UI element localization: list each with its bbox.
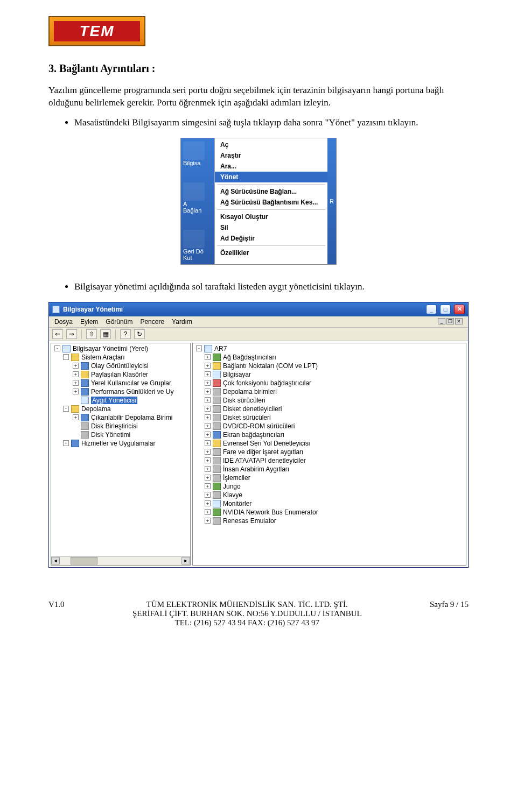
refresh-button[interactable]: ↻ [134,329,145,339]
menu-view[interactable]: Görünüm [106,318,132,326]
menu-help[interactable]: Yardım [172,318,192,326]
right-tree-node[interactable]: +NVIDIA Network Bus Enumerator [195,508,466,517]
tree-toggle-icon[interactable]: + [205,363,211,369]
right-tree-node[interactable]: +IDE ATA/ATAPI denetleyiciler [195,456,466,465]
properties-button[interactable]: ▦ [100,329,111,339]
right-tree-node[interactable]: +Ekran bağdaştırıcıları [195,430,466,439]
tree-toggle-icon[interactable]: + [205,423,211,429]
right-tree-node[interactable]: -AR7 [195,344,466,353]
left-tree-node[interactable]: +Paylaşılan Klasörler [53,370,190,379]
maximize-button[interactable]: □ [440,305,451,314]
tree-node-icon [213,414,221,421]
left-tree-node[interactable]: +Olay Görüntüleyicisi [53,362,190,370]
right-tree-node[interactable]: +İnsan Arabirim Aygıtları [195,465,466,474]
context-menu-item[interactable]: Ağ Sürücüsü Bağlantısını Kes... [215,197,327,208]
context-menu-item[interactable]: Kısayol Oluştur [215,211,327,222]
help-button[interactable]: ? [120,329,131,339]
tree-toggle-icon[interactable]: - [54,345,60,351]
tree-toggle-icon[interactable]: + [205,371,211,377]
right-tree-node[interactable]: +Monitörler [195,499,466,508]
context-menu-item[interactable]: Ad Değiştir [215,233,327,244]
horizontal-scrollbar[interactable]: ◄ ► [51,556,190,565]
left-tree-node[interactable]: +Hizmetler ve Uygulamalar [53,439,190,448]
child-restore-button[interactable]: ❐ [446,318,454,324]
tree-toggle-icon[interactable]: + [205,466,211,472]
right-tree-node[interactable]: +DVD/CD-ROM sürücüleri [195,422,466,430]
child-minimize-button[interactable]: _ [438,318,445,324]
right-tree-node[interactable]: +Disket denetleyicileri [195,405,466,413]
left-tree-node[interactable]: -Bilgisayar Yönetimi (Yerel) [53,344,190,353]
context-menu-item[interactable]: Araştır [215,150,327,161]
menu-file[interactable]: Dosya [54,318,73,326]
right-tree-node[interactable]: +Ağ Bağdaştırıcıları [195,353,466,362]
up-button[interactable]: ⇧ [86,329,97,339]
close-button[interactable]: ✕ [454,305,465,314]
forward-button[interactable]: ⇒ [66,329,77,339]
scroll-left-button[interactable]: ◄ [51,557,60,564]
minimize-button[interactable]: _ [426,305,437,314]
tree-toggle-icon[interactable]: + [205,483,211,489]
right-tree-node[interactable]: +Evrensel Seri Yol Denetleyicisi [195,439,466,448]
tree-toggle-icon[interactable]: - [63,354,69,360]
left-tree-node[interactable]: +Çıkarılabilir Depolama Birimi [53,413,190,422]
right-tree-node[interactable]: +Disket sürücüleri [195,413,466,422]
menu-action[interactable]: Eylem [80,318,98,326]
right-tree-node[interactable]: +Bilgisayar [195,370,466,379]
tree-toggle-icon[interactable]: + [205,406,211,412]
left-tree-pane[interactable]: -Bilgisayar Yönetimi (Yerel)-Sistem Araç… [51,343,191,566]
back-button[interactable]: ⇐ [52,329,63,339]
right-tree-pane[interactable]: -AR7+Ağ Bağdaştırıcıları+Bağlantı Noktal… [192,343,466,566]
tree-toggle-icon[interactable]: + [73,414,79,420]
left-tree-node[interactable]: Aygıt Yöneticisi [53,396,190,405]
right-tree-node[interactable]: +Depolama birimleri [195,387,466,396]
context-menu-item[interactable]: Ara... [215,161,327,172]
context-menu-item[interactable]: Ağ Sürücüsüne Bağlan... [215,186,327,197]
scroll-thumb[interactable] [71,557,97,564]
tree-toggle-icon[interactable]: + [205,380,211,386]
right-tree-node[interactable]: +Disk sürücüleri [195,396,466,405]
left-tree-node[interactable]: +Performans Günlükleri ve Uy [53,387,190,396]
tree-toggle-icon[interactable]: + [205,354,211,360]
tree-toggle-icon[interactable]: + [205,500,211,506]
right-tree-node[interactable]: +İşlemciler [195,474,466,482]
right-tree-node[interactable]: +Fare ve diğer işaret aygıtları [195,448,466,456]
tree-toggle-icon[interactable]: + [205,432,211,437]
context-menu-item[interactable]: Yönet [215,172,327,182]
tree-toggle-icon[interactable]: + [205,449,211,455]
tree-toggle-icon[interactable]: + [205,509,211,515]
menu-window[interactable]: Pencere [140,318,164,326]
tree-toggle-icon[interactable]: - [196,345,202,351]
child-close-button[interactable]: ✕ [455,318,463,324]
window-titlebar[interactable]: Bilgisayar Yönetimi _ □ ✕ [49,302,468,316]
tree-toggle-icon[interactable]: + [73,371,79,377]
tree-toggle-icon[interactable]: + [205,518,211,524]
tree-toggle-icon[interactable]: - [63,406,69,412]
tree-toggle-icon[interactable]: + [205,389,211,394]
context-menu-item[interactable]: Aç [215,139,327,150]
tree-toggle-icon[interactable]: + [205,492,211,498]
right-tree-node[interactable]: +Klavye [195,491,466,499]
right-tree-node[interactable]: +Jungo [195,482,466,491]
left-tree-node[interactable]: +Yerel Kullanıcılar ve Gruplar [53,379,190,387]
left-tree-node[interactable]: -Depolama [53,405,190,413]
tree-toggle-icon[interactable]: + [205,414,211,420]
tree-node-icon [81,397,89,404]
left-tree-node[interactable]: Disk Yönetimi [53,430,190,439]
tree-toggle-icon[interactable]: + [63,440,69,446]
tree-toggle-icon[interactable]: + [205,397,211,403]
tree-toggle-icon[interactable]: + [73,380,79,386]
tree-toggle-icon[interactable]: + [73,389,79,394]
left-tree-node[interactable]: -Sistem Araçları [53,353,190,362]
tree-toggle-icon[interactable]: + [73,363,79,369]
right-tree-node[interactable]: +Bağlantı Noktaları (COM ve LPT) [195,362,466,370]
left-tree-node[interactable]: Disk Birleştiricisi [53,422,190,430]
context-menu-item[interactable]: Özellikler [215,248,327,258]
tree-node-label: İnsan Arabirim Aygıtları [223,465,289,473]
tree-toggle-icon[interactable]: + [205,457,211,463]
tree-toggle-icon[interactable]: + [205,475,211,481]
right-tree-node[interactable]: +Renesas Emulator [195,517,466,525]
right-tree-node[interactable]: +Çok fonksiyonlu bağdaştırıcılar [195,379,466,387]
scroll-right-button[interactable]: ► [181,557,190,564]
tree-toggle-icon[interactable]: + [205,440,211,446]
context-menu-item[interactable]: Sil [215,222,327,233]
